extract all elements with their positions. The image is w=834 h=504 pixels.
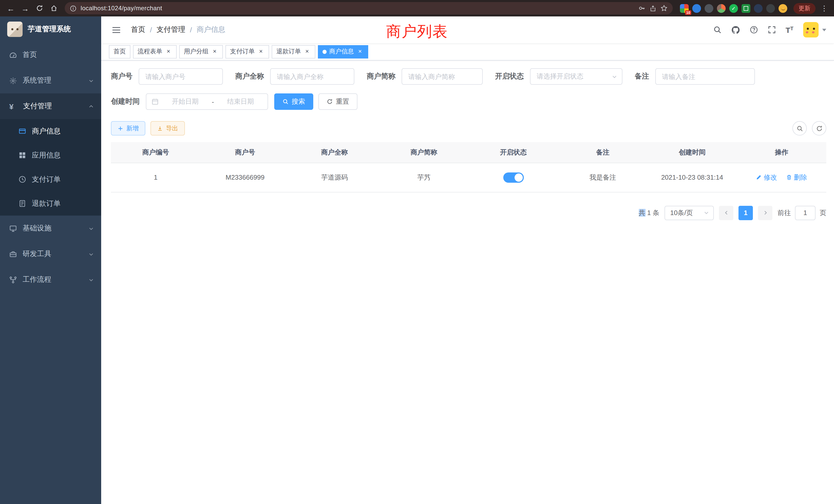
help-icon[interactable] [749, 26, 758, 34]
breadcrumb-pay[interactable]: 支付管理 [157, 25, 185, 35]
browser-menu-icon[interactable]: ⋮ [818, 4, 830, 12]
extension-icon[interactable]: 10 [680, 4, 689, 13]
close-icon[interactable]: × [257, 48, 264, 55]
sidebar-item-label: 支付订单 [32, 175, 94, 184]
goto-label: 前往 [777, 208, 791, 217]
merchant-no-input[interactable] [139, 68, 223, 85]
yen-icon: ¥ [9, 102, 18, 110]
bookmark-star-icon[interactable] [660, 5, 667, 12]
add-button-label: 新增 [126, 124, 139, 133]
hamburger-icon[interactable] [109, 26, 124, 33]
merchant-short-name-input[interactable] [401, 68, 483, 85]
extension-icon[interactable] [717, 4, 726, 13]
tab-merchant-info[interactable]: 商户信息 × [318, 45, 368, 58]
add-button[interactable]: 新增 [111, 121, 145, 136]
create-time-label: 创建时间 [111, 97, 140, 106]
share-icon[interactable] [650, 5, 656, 12]
url-text: localhost:1024/pay/merchant [81, 5, 634, 12]
reload-icon[interactable] [33, 2, 46, 15]
merchant-no-label: 商户号 [111, 72, 132, 81]
extension-icon[interactable] [754, 4, 763, 13]
forward-icon[interactable]: → [19, 2, 32, 15]
sidebar-item-infra[interactable]: 基础设施 [0, 215, 101, 241]
create-time-range-picker[interactable]: 开始日期 - 结束日期 [146, 93, 268, 110]
card-icon [19, 127, 26, 135]
home-icon[interactable] [47, 2, 61, 15]
status-toggle[interactable] [503, 172, 524, 182]
chevron-down-icon [88, 277, 94, 282]
close-icon[interactable]: × [304, 48, 311, 55]
end-date-placeholder: 结束日期 [219, 97, 262, 106]
merchant-short-name-label: 商户简称 [367, 72, 395, 81]
edit-link[interactable]: 修改 [756, 173, 777, 182]
sidebar-item-label: 基础设施 [23, 224, 83, 233]
extension-icon[interactable] [705, 4, 713, 13]
password-key-icon[interactable] [638, 5, 645, 12]
goto-suffix: 页 [820, 208, 826, 217]
sidebar-item-home[interactable]: 首页 [0, 42, 101, 68]
profile-avatar-icon[interactable] [778, 4, 787, 13]
extension-icon[interactable] [766, 4, 775, 13]
tab-pay-order[interactable]: 支付订单 × [225, 45, 269, 58]
prev-page-icon[interactable] [719, 206, 733, 220]
cell-remark: 我是备注 [558, 163, 647, 192]
merchant-name-input[interactable] [270, 68, 354, 85]
search-icon[interactable] [713, 26, 721, 34]
tab-user-group[interactable]: 用户分组 × [179, 45, 223, 58]
chevron-down-icon [88, 251, 94, 257]
next-page-icon[interactable] [758, 206, 772, 220]
sidebar-item-label: 系统管理 [23, 76, 83, 85]
tab-process-form[interactable]: 流程表单 × [133, 45, 177, 58]
filter-row-2: 创建时间 开始日期 - 结束日期 搜索 [111, 93, 826, 110]
status-select[interactable]: 请选择开启状态 [530, 68, 622, 85]
close-icon[interactable]: × [356, 48, 364, 55]
extension-icon[interactable] [692, 4, 701, 13]
site-info-icon[interactable] [70, 5, 76, 12]
sidebar-item-system[interactable]: 系统管理 [0, 68, 101, 93]
close-icon[interactable]: × [211, 48, 218, 55]
page-size-select[interactable]: 10条/页 [664, 206, 714, 220]
column-header: 商户编号 [111, 142, 200, 163]
fullscreen-icon[interactable] [768, 26, 776, 34]
extension-icon[interactable] [742, 4, 750, 13]
address-bar[interactable]: localhost:1024/pay/merchant [65, 2, 673, 14]
close-icon[interactable]: × [165, 48, 172, 55]
font-size-icon[interactable]: TT [786, 26, 793, 33]
tab-refund-order[interactable]: 退款订单 × [272, 45, 315, 58]
caret-down-icon [822, 28, 826, 31]
github-icon[interactable] [731, 25, 740, 34]
sidebar-item-pay[interactable]: ¥ 支付管理 [0, 93, 101, 119]
reset-button[interactable]: 重置 [319, 93, 357, 110]
page-number-1[interactable]: 1 [739, 206, 753, 220]
remark-input[interactable] [655, 68, 755, 85]
export-button-label: 导出 [166, 124, 178, 133]
chrome-update-button[interactable]: 更新 [793, 3, 815, 14]
extension-icon[interactable]: ✓ [729, 4, 738, 13]
tab-home[interactable]: 首页 [109, 45, 130, 58]
annotation-merchant-list: 商户列表 [386, 22, 448, 42]
user-menu[interactable] [803, 22, 826, 38]
table-header-row: 商户编号 商户号 商户全称 商户简称 开启状态 备注 创建时间 操作 [111, 142, 826, 163]
sidebar-item-workflow[interactable]: 工作流程 [0, 267, 101, 293]
toolbox-icon [9, 250, 17, 258]
sidebar-logo[interactable]: 芋道管理系统 [0, 17, 101, 42]
sidebar-item-app-info[interactable]: 应用信息 [0, 143, 101, 167]
goto-page-input[interactable] [795, 206, 815, 220]
toggle-search-icon[interactable] [792, 121, 807, 136]
merchant-name-label: 商户全称 [235, 72, 264, 81]
cell-status [468, 163, 558, 192]
back-icon[interactable]: ← [4, 2, 18, 15]
export-button[interactable]: 导出 [151, 121, 185, 136]
document-icon [19, 200, 26, 207]
filter-row-1: 商户号 商户全称 商户简称 开启状态 请选择开启状态 [111, 68, 826, 85]
start-date-placeholder: 开始日期 [163, 97, 207, 106]
tab-label: 用户分组 [184, 47, 208, 56]
breadcrumb-home[interactable]: 首页 [131, 25, 145, 35]
sidebar-item-refund-order[interactable]: 退款订单 [0, 191, 101, 215]
sidebar-item-merchant-info[interactable]: 商户信息 [0, 119, 101, 143]
refresh-icon[interactable] [812, 121, 826, 136]
search-button[interactable]: 搜索 [274, 93, 313, 110]
sidebar-item-devtools[interactable]: 研发工具 [0, 241, 101, 267]
sidebar-item-pay-order[interactable]: 支付订单 [0, 167, 101, 191]
delete-link[interactable]: 删除 [786, 173, 807, 182]
